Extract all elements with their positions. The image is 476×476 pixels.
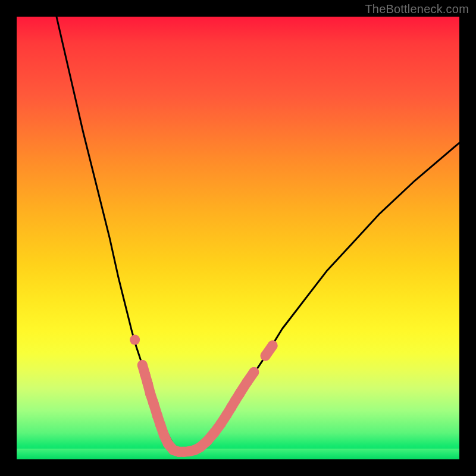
plot-area — [17, 17, 459, 459]
svg-point-47 — [249, 367, 259, 377]
attribution-text: TheBottleneck.com — [365, 2, 469, 16]
chart-frame: TheBottleneck.com — [0, 0, 476, 476]
bottleneck-curve — [57, 17, 459, 450]
svg-point-50 — [268, 340, 278, 350]
svg-point-0 — [130, 335, 140, 345]
highlighted-points — [130, 335, 277, 457]
plot-svg — [17, 17, 459, 459]
